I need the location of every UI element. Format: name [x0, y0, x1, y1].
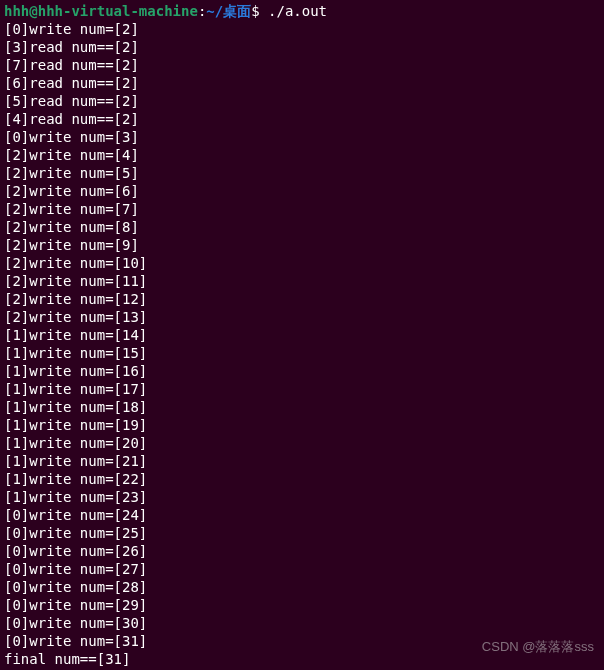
- output-line: [0]write num=[29]: [4, 596, 600, 614]
- output-line: [1]write num=[22]: [4, 470, 600, 488]
- output-line: [2]write num=[13]: [4, 308, 600, 326]
- prompt-dollar: $: [251, 3, 268, 19]
- output-line: [1]write num=[21]: [4, 452, 600, 470]
- output-line: [2]write num=[10]: [4, 254, 600, 272]
- output-line: [2]write num=[5]: [4, 164, 600, 182]
- output-line: [5]read num==[2]: [4, 92, 600, 110]
- output-line: [2]write num=[6]: [4, 182, 600, 200]
- output-line: [6]read num==[2]: [4, 74, 600, 92]
- output-line: [1]write num=[15]: [4, 344, 600, 362]
- output-line: [2]write num=[11]: [4, 272, 600, 290]
- prompt-path: ~/桌面: [206, 3, 251, 19]
- output-line: final num==[31]: [4, 650, 600, 668]
- prompt-user-host: hhh@hhh-virtual-machine: [4, 3, 198, 19]
- terminal-prompt-line: hhh@hhh-virtual-machine:~/桌面$ ./a.out: [4, 2, 600, 20]
- output-line: [2]write num=[9]: [4, 236, 600, 254]
- output-line: [1]write num=[18]: [4, 398, 600, 416]
- output-line: [2]write num=[12]: [4, 290, 600, 308]
- output-line: [0]write num=[28]: [4, 578, 600, 596]
- output-line: [2]write num=[7]: [4, 200, 600, 218]
- output-line: [2]write num=[4]: [4, 146, 600, 164]
- output-line: [0]write num=[30]: [4, 614, 600, 632]
- prompt-command: ./a.out: [268, 3, 327, 19]
- output-line: [3]read num==[2]: [4, 38, 600, 56]
- output-line: [0]write num=[27]: [4, 560, 600, 578]
- output-line: [4]read num==[2]: [4, 110, 600, 128]
- output-line: [7]read num==[2]: [4, 56, 600, 74]
- output-line: [1]write num=[23]: [4, 488, 600, 506]
- output-line: [2]write num=[8]: [4, 218, 600, 236]
- output-line: [1]write num=[19]: [4, 416, 600, 434]
- output-line: [0]write num=[26]: [4, 542, 600, 560]
- output-line: [0]write num=[2]: [4, 20, 600, 38]
- output-line: [0]write num=[31]: [4, 632, 600, 650]
- output-line: [1]write num=[16]: [4, 362, 600, 380]
- output-line: [1]write num=[17]: [4, 380, 600, 398]
- output-line: [1]write num=[20]: [4, 434, 600, 452]
- output-line: [0]write num=[24]: [4, 506, 600, 524]
- output-line: [0]write num=[25]: [4, 524, 600, 542]
- output-line: [1]write num=[14]: [4, 326, 600, 344]
- output-line: [0]write num=[3]: [4, 128, 600, 146]
